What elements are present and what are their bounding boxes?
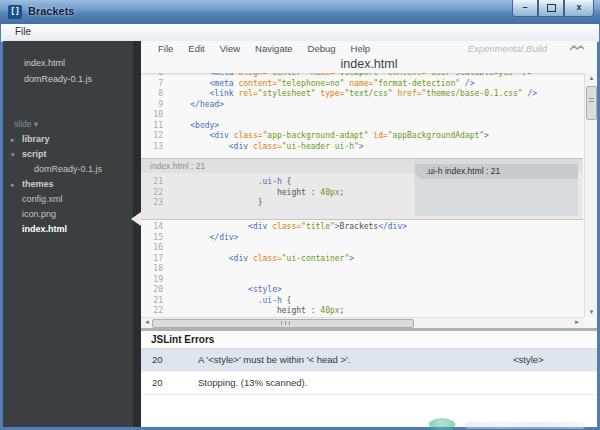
menu-file[interactable]: File xyxy=(158,43,173,54)
line-number: 23 xyxy=(141,198,163,209)
code-text: <div class="app-background-adapt" id="ap… xyxy=(171,131,489,140)
code-line[interactable]: 21 .ui-h { xyxy=(141,296,583,307)
code-line[interactable]: 21 .ui-h { xyxy=(141,177,411,188)
code-line[interactable]: 22 height : 40px; xyxy=(141,188,411,199)
tree-item-library[interactable]: ▸library xyxy=(3,132,133,147)
code-text: <meta content="telephone=no" name="forma… xyxy=(171,79,475,88)
maximize-button[interactable] xyxy=(538,0,564,17)
maximize-icon xyxy=(547,4,556,12)
code-text: height : 40px; xyxy=(171,306,344,315)
close-button[interactable]: x xyxy=(564,0,594,17)
line-number: 11 xyxy=(141,121,163,132)
menu-navigate[interactable]: Navigate xyxy=(255,43,293,54)
menu-view[interactable]: View xyxy=(220,43,240,54)
scroll-right-icon[interactable]: ► xyxy=(574,319,580,325)
tree-item-config.xml[interactable]: config.xml xyxy=(3,192,133,207)
line-number: 15 xyxy=(141,233,163,244)
window-title: Brackets xyxy=(28,5,74,17)
os-menubar: File xyxy=(1,24,599,42)
tree-item-label: domReady-0.1.js xyxy=(34,162,102,177)
chevron-down-icon: ▾ xyxy=(34,119,38,129)
line-number: 21 xyxy=(141,177,163,188)
horizontal-scrollbar[interactable]: ◄ ► xyxy=(141,317,584,328)
tree-item-themes[interactable]: ▸themes xyxy=(3,177,133,192)
inline-editor: index.html : 21 21 .ui-h {22 height : 40… xyxy=(141,158,583,220)
document-title: index.html xyxy=(141,57,597,71)
vertical-scroll-thumb[interactable] xyxy=(586,86,597,120)
app-frame: index.htmldomReady-0.1.js slide ▾ ▸libra… xyxy=(3,41,597,427)
tree-item-domReady-0.1.js[interactable]: domReady-0.1.js xyxy=(3,162,133,177)
line-number: 14 xyxy=(141,222,163,233)
scroll-left-icon[interactable]: ◄ xyxy=(144,319,150,325)
zigzag-icon[interactable] xyxy=(569,44,585,52)
code-line[interactable]: 15 </div> xyxy=(141,233,583,244)
code-line[interactable]: 18 xyxy=(141,264,583,275)
line-number: 19 xyxy=(141,275,163,286)
line-number: 8 xyxy=(141,89,163,100)
code-line[interactable]: 11 <body> xyxy=(141,121,583,132)
code-text: <body> xyxy=(171,121,219,130)
selected-file-notch xyxy=(131,212,141,226)
code-text: <style> xyxy=(171,285,282,294)
minimize-button[interactable]: – xyxy=(512,0,538,17)
tree-item-label: icon.png xyxy=(22,207,56,222)
horizontal-scroll-thumb[interactable] xyxy=(152,319,414,328)
working-files-list: index.htmldomReady-0.1.js xyxy=(3,41,133,87)
code-line[interactable]: 8 <link rel="stylesheet" type="text/css"… xyxy=(141,89,583,100)
code-pane-top[interactable]: 6 <meta align="center" name="viewport" c… xyxy=(141,73,583,158)
error-message: Stopping. (13% scanned). xyxy=(198,372,307,394)
window-titlebar[interactable]: [] Brackets – x xyxy=(0,0,600,25)
brackets-app-icon: [] xyxy=(8,5,22,19)
line-number: 18 xyxy=(141,264,163,275)
os-menu-file[interactable]: File xyxy=(11,26,35,37)
code-line[interactable]: 12 <div class="app-background-adapt" id=… xyxy=(141,131,583,142)
tree-item-index.html[interactable]: index.html xyxy=(3,222,133,237)
window-controls: – x xyxy=(512,0,594,17)
jslint-error-row[interactable]: 20Stopping. (13% scanned). xyxy=(141,372,597,395)
error-line-number: 20 xyxy=(152,372,163,394)
line-number: 16 xyxy=(141,243,163,254)
document-title-bar: index.html xyxy=(141,55,597,74)
vertical-scrollbar[interactable]: ▲ ▼ xyxy=(584,73,597,317)
line-number: 12 xyxy=(141,131,163,142)
code-line[interactable]: 7 <meta content="telephone=no" name="for… xyxy=(141,79,583,90)
code-line[interactable]: 19 xyxy=(141,275,583,286)
code-line[interactable]: 20 <style> xyxy=(141,285,583,296)
jslint-error-list: 20A '<style>' must be within '< head >'.… xyxy=(141,349,597,395)
tree-item-script[interactable]: ▾script xyxy=(3,147,133,162)
code-line[interactable]: 16 xyxy=(141,243,583,254)
build-label: Experimental Build xyxy=(468,43,547,54)
sidebar-splitter[interactable] xyxy=(133,41,141,427)
code-line[interactable]: 14 <div class="title">Brackets</div> xyxy=(141,222,583,233)
error-snippet: <style> xyxy=(513,349,544,371)
scroll-down-icon[interactable]: ▼ xyxy=(585,309,598,315)
watermark-text xyxy=(465,422,585,429)
working-file-domReady-0.1.js[interactable]: domReady-0.1.js xyxy=(3,71,133,87)
code-line[interactable]: 17 <div class="ui-container"> xyxy=(141,254,583,265)
editor-area: FileEditViewNavigateDebugHelp Experiment… xyxy=(141,41,597,427)
menu-edit[interactable]: Edit xyxy=(188,43,204,54)
code-text: <link rel="stylesheet" type="text/css" h… xyxy=(171,89,537,98)
project-dropdown[interactable]: slide ▾ xyxy=(3,117,133,132)
error-line-number: 20 xyxy=(152,349,163,371)
code-line[interactable]: 22 height : 40px; xyxy=(141,306,583,317)
code-line[interactable]: 13 <div class="ui-header ui-h"> xyxy=(141,142,583,153)
line-number: 7 xyxy=(141,79,163,90)
code-pane-bottom[interactable]: 14 <div class="title">Brackets</div>15 <… xyxy=(141,220,583,317)
code-line[interactable]: 9 </head> xyxy=(141,100,583,111)
jslint-error-row[interactable]: 20A '<style>' must be within '< head >'.… xyxy=(141,349,597,372)
code-text: </head> xyxy=(171,100,224,109)
menu-debug[interactable]: Debug xyxy=(308,43,336,54)
menu-help[interactable]: Help xyxy=(351,43,371,54)
inline-editor-code[interactable]: 21 .ui-h {22 height : 40px;23 } xyxy=(141,177,411,209)
scroll-grip-icon xyxy=(589,98,594,102)
code-line[interactable]: 23 } xyxy=(141,198,411,209)
tree-item-icon.png[interactable]: icon.png xyxy=(3,207,133,222)
code-text: <div class="ui-container"> xyxy=(171,254,354,263)
working-file-index.html[interactable]: index.html xyxy=(3,55,133,71)
tree-item-label: config.xml xyxy=(22,192,63,207)
code-text: <div class="title">Brackets</div> xyxy=(171,222,407,231)
scroll-up-icon[interactable]: ▲ xyxy=(585,75,598,81)
related-rule-item[interactable]: .ui-h index.html : 21 xyxy=(415,164,578,179)
code-line[interactable]: 10 xyxy=(141,110,583,121)
